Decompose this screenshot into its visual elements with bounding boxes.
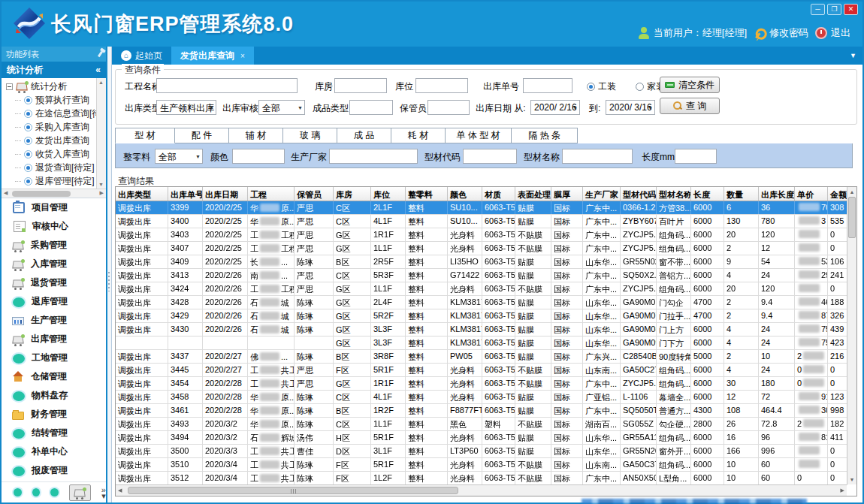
table-row[interactable]: 调拨出库35002020/3/3工共工程曹佳D区3L1F整料LT3P606063… bbox=[116, 445, 847, 458]
length-input[interactable] bbox=[675, 149, 717, 164]
table-row[interactable]: 调拨出库34582020/2/28华原...陈琳C区4L1F整料光身料6063-… bbox=[116, 391, 847, 404]
tab-close-icon[interactable]: × bbox=[240, 52, 245, 60]
column-header-name[interactable]: 型材名称 bbox=[657, 187, 691, 201]
column-header-surface[interactable]: 表面处理 bbox=[515, 187, 551, 201]
table-row[interactable]: 调拨出库34542020/2/28工共工程严思G区1R1F整料光身料6063-T… bbox=[116, 377, 847, 391]
tree-horizontal-scrollbar[interactable]: ◀ ▶ bbox=[2, 189, 106, 198]
sidebar-item[interactable]: 补单中心 bbox=[2, 442, 106, 461]
table-row[interactable]: 调拨出库34372020/2/27佛...陈琳B区3R8F整料PW056063-… bbox=[116, 350, 847, 364]
scroll-left-icon[interactable]: ◀ bbox=[4, 190, 8, 196]
tree-item[interactable]: 采购入库查询 bbox=[2, 120, 98, 134]
sidebar-item[interactable]: 仓储管理 bbox=[2, 367, 106, 386]
column-header-price[interactable]: 单价 bbox=[795, 187, 828, 201]
profile-name-input[interactable] bbox=[562, 149, 633, 164]
column-header-location[interactable]: 库位 bbox=[371, 187, 406, 201]
tree-vertical-scrollbar[interactable]: ▲ ▼ bbox=[96, 78, 106, 189]
column-header-whole[interactable]: 整零料 bbox=[406, 187, 448, 201]
scroll-thumb[interactable] bbox=[12, 191, 71, 197]
subtab[interactable]: 辅 材 bbox=[229, 128, 283, 143]
change-password-button[interactable]: 修改密码 bbox=[754, 26, 808, 40]
cart-shortcut-button[interactable] bbox=[69, 484, 91, 501]
subtab[interactable]: 玻 璃 bbox=[283, 128, 337, 143]
circle-icon[interactable] bbox=[32, 488, 41, 496]
column-header-keeper[interactable]: 保管员 bbox=[295, 187, 334, 201]
product-type-input[interactable] bbox=[349, 100, 393, 115]
scroll-thumb[interactable] bbox=[848, 197, 856, 238]
sidebar-group-header[interactable]: 统计分析 « bbox=[2, 62, 106, 78]
whole-piece-select[interactable]: 全部 bbox=[155, 149, 203, 164]
sidebar-item[interactable]: 出库管理 bbox=[2, 330, 106, 349]
tree-item[interactable]: 收货入库查询 bbox=[2, 147, 98, 161]
column-header-out-type[interactable]: 出库类型 bbox=[116, 187, 168, 201]
scroll-left-icon[interactable]: ◀ bbox=[118, 487, 122, 493]
column-header-qty[interactable]: 数量 bbox=[724, 187, 759, 201]
tree-item[interactable]: 退库管理[待定] bbox=[2, 174, 98, 188]
location-input[interactable] bbox=[415, 78, 468, 93]
audit-select[interactable]: 全部 bbox=[258, 100, 305, 115]
sidebar-splitter[interactable] bbox=[107, 47, 111, 502]
sidebar-item[interactable]: 生产管理 bbox=[2, 311, 106, 330]
column-header-amount[interactable]: 金额 bbox=[828, 187, 847, 201]
date-to-select[interactable]: 2020/ 3/16 bbox=[606, 100, 655, 115]
more-menus-button[interactable]: »▾ bbox=[101, 487, 106, 499]
sidebar-item[interactable]: 采购管理 bbox=[2, 236, 106, 255]
date-from-select[interactable]: 2020/ 2/16 bbox=[530, 100, 580, 115]
subtab[interactable]: 型 材 bbox=[115, 128, 175, 143]
table-row[interactable]: 调拨出库34092020/2/25长...陈琳B区2R5F整料LI35HO606… bbox=[116, 255, 847, 269]
sidebar-item[interactable]: 入库管理 bbox=[2, 255, 106, 273]
table-row[interactable]: 调拨出库34302020/2/26石城陈琳G区3L3F整料KLM38176063… bbox=[116, 323, 847, 337]
pin-icon[interactable] bbox=[98, 51, 103, 57]
scroll-down-icon[interactable]: ▼ bbox=[847, 477, 856, 482]
column-header-code[interactable]: 型材代码 bbox=[621, 187, 657, 201]
sidebar-item[interactable]: 审核中心 bbox=[2, 217, 106, 236]
table-row[interactable]: 调拨出库34002020/2/25华原...严思C区4L1F整料SU10...6… bbox=[116, 215, 847, 228]
tree-item[interactable]: 在途信息查询[待 bbox=[2, 107, 98, 120]
table-row[interactable]: 调拨出库34612020/2/28华原...陈琳B区1R2F整料F8877FT6… bbox=[116, 404, 847, 418]
minimize-button[interactable]: ─ bbox=[811, 4, 825, 15]
table-row[interactable]: 调拨出库34932020/3/2华原...陈琳C区1L1F整料黑色塑料不贴膜国标… bbox=[116, 418, 847, 431]
tree-item[interactable]: 退货查询[待定] bbox=[2, 161, 98, 174]
sidebar-item[interactable]: 结转管理 bbox=[2, 424, 106, 442]
column-header-date[interactable]: 出库日期 bbox=[203, 187, 248, 201]
column-header-film[interactable]: 膜厚 bbox=[551, 187, 583, 201]
circle-icon[interactable] bbox=[50, 488, 59, 496]
tab-home[interactable]: ⌂ 起始页 bbox=[112, 47, 171, 65]
keeper-input[interactable] bbox=[427, 100, 470, 115]
scroll-up-icon[interactable]: ▲ bbox=[847, 189, 856, 195]
subtab[interactable]: 成 品 bbox=[337, 128, 391, 143]
table-row[interactable]: 调拨出库34242020/2/26工工程严思G区1L1F整料光身料6063-T5… bbox=[116, 282, 847, 296]
scroll-up-icon[interactable]: ▲ bbox=[98, 80, 104, 85]
column-header-material[interactable]: 材质 bbox=[482, 187, 515, 201]
table-row[interactable]: 调拨出库33992020/2/25华原...严思C区2L1F整料SU10...6… bbox=[116, 201, 847, 215]
sidebar-item[interactable]: 财务管理 bbox=[2, 405, 106, 424]
table-row[interactable]: 调拨出库35122020/3/4工共工程陈琳F区1L2F整料光身料6063-T5… bbox=[116, 472, 847, 485]
sidebar-item[interactable]: 物料盘存 bbox=[2, 386, 106, 405]
radio-gongzhuang[interactable]: 工装 bbox=[587, 80, 616, 93]
out-type-select[interactable]: 生产领料出库 bbox=[156, 100, 216, 115]
outbound-no-input[interactable] bbox=[523, 78, 572, 93]
column-header-color[interactable]: 颜色 bbox=[448, 187, 482, 201]
table-row[interactable]: 调拨出库34292020/2/26石城陈琳G区5R2F整料KLM38176063… bbox=[116, 309, 847, 323]
table-row[interactable]: 调拨出库34452020/2/27工共工程严思F区5R1F整料光身料6063-T… bbox=[116, 364, 847, 377]
scroll-right-icon[interactable]: ▶ bbox=[841, 487, 844, 493]
table-row[interactable]: 调拨出库34032020/2/25工工程严思G区1R1F整料光身料6063-T5… bbox=[116, 228, 847, 242]
close-button[interactable]: ✕ bbox=[844, 4, 858, 15]
table-row[interactable]: 调拨出库34942020/3/2石辉城汤伟H区5R1F整料光身料6063-T5贴… bbox=[116, 431, 847, 445]
tree-item[interactable]: 预算执行查询 bbox=[2, 93, 98, 107]
sidebar-item[interactable]: 退货管理 bbox=[2, 273, 106, 292]
clear-conditions-button[interactable]: 清空条件 bbox=[660, 77, 720, 93]
column-header-warehouse[interactable]: 库房 bbox=[334, 187, 371, 201]
sidebar-item[interactable]: 报废管理 bbox=[2, 461, 106, 480]
column-header-out-length[interactable]: 出库长度 bbox=[759, 187, 795, 201]
grid-horizontal-scrollbar[interactable]: ◀ ▶ bbox=[116, 484, 847, 496]
subtab[interactable]: 单 体 型 材 bbox=[446, 128, 512, 143]
table-row[interactable]: 调拨出库34132020/2/26南...严思C区5R3F整料G71422606… bbox=[116, 269, 847, 282]
table-row[interactable]: 调拨出库35102020/3/4工共工程陈琳F区5R1F整料光身料6063-T5… bbox=[116, 458, 847, 472]
column-header-manufacturer[interactable]: 生产厂家 bbox=[583, 187, 621, 201]
color-input[interactable] bbox=[232, 149, 285, 164]
table-row[interactable]: 调拨出库34072020/2/25工工程严思G区1L1F整料光身料6063-T5… bbox=[116, 242, 847, 255]
column-header-project[interactable]: 工程 bbox=[248, 187, 295, 201]
grid-vertical-scrollbar[interactable]: ▲ ▼ bbox=[847, 187, 856, 484]
table-row[interactable]: G区3L3F整料KLM38176063-T5贴膜国标山东华...GA90M09.… bbox=[116, 337, 847, 350]
maximize-button[interactable]: ❐ bbox=[827, 4, 841, 15]
